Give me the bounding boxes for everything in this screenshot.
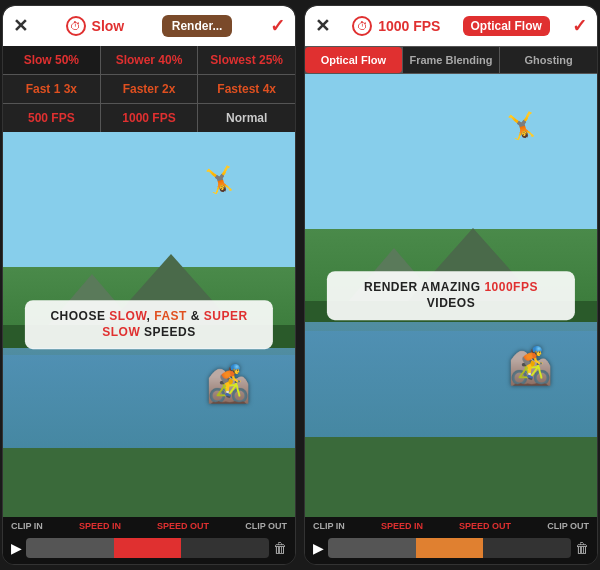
right-close-button[interactable]: ✕ bbox=[315, 15, 330, 37]
right-water-bg bbox=[305, 322, 597, 437]
left-bottom-controls: CLIP IN SPEED IN SPEED OUT CLIP OUT ▶ 🗑 bbox=[3, 517, 295, 564]
overlay-choose: CHOOSE bbox=[50, 309, 109, 323]
left-overlay-text: CHOOSE SLOW, FAST & SUPER SLOW SPEEDS bbox=[25, 300, 273, 350]
tab-ghosting[interactable]: Ghosting bbox=[500, 47, 597, 73]
right-track-dark bbox=[483, 538, 571, 558]
speed-slow-50[interactable]: Slow 50% bbox=[3, 46, 100, 74]
right-play-button[interactable]: ▶ bbox=[313, 540, 324, 556]
tab-frame-blending[interactable]: Frame Blending bbox=[403, 47, 500, 73]
speed-normal[interactable]: Normal bbox=[198, 104, 295, 132]
right-overlay-text: RENDER AMAZING 1000FPS VIDEOS bbox=[327, 271, 575, 321]
trash-button[interactable]: 🗑 bbox=[273, 540, 287, 556]
right-speed-out-label: SPEED OUT bbox=[459, 521, 511, 531]
speed-faster-2x[interactable]: Faster 2x bbox=[101, 75, 198, 103]
left-clip-labels: CLIP IN SPEED IN SPEED OUT CLIP OUT bbox=[11, 521, 287, 531]
right-clip-in-label: CLIP IN bbox=[313, 521, 345, 531]
speed-in-label: SPEED IN bbox=[79, 521, 121, 531]
overlay-1000fps: 1000FPS bbox=[484, 280, 538, 294]
app-container: ✕ ⏱ Slow Render... ✓ Slow 50% Slower 40%… bbox=[2, 5, 598, 565]
left-close-button[interactable]: ✕ bbox=[13, 15, 28, 37]
left-header: ✕ ⏱ Slow Render... ✓ bbox=[3, 6, 295, 46]
speed-out-label: SPEED OUT bbox=[157, 521, 209, 531]
right-header: ✕ ⏱ 1000 FPS Optical Flow ✓ bbox=[305, 6, 597, 46]
left-panel: ✕ ⏱ Slow Render... ✓ Slow 50% Slower 40%… bbox=[2, 5, 296, 565]
tabs-row: Optical Flow Frame Blending Ghosting bbox=[305, 46, 597, 74]
left-timeline-track[interactable] bbox=[26, 538, 269, 558]
track-grey-1 bbox=[26, 538, 114, 558]
ground-bg bbox=[3, 448, 295, 517]
right-panel: ✕ ⏱ 1000 FPS Optical Flow ✓ Optical Flow… bbox=[304, 5, 598, 565]
right-timeline-track[interactable] bbox=[328, 538, 571, 558]
timer-icon: ⏱ bbox=[66, 16, 86, 36]
overlay-render: RENDER AMAZING bbox=[364, 280, 484, 294]
clip-in-label: CLIP IN bbox=[11, 521, 43, 531]
right-clip-out-label: CLIP OUT bbox=[547, 521, 589, 531]
left-header-center: ⏱ Slow bbox=[66, 16, 125, 36]
fps-label: 1000 FPS bbox=[378, 18, 440, 34]
render-button[interactable]: Render... bbox=[162, 15, 233, 37]
overlay-videos: VIDEOS bbox=[427, 297, 475, 311]
left-video-area: 🚵 🤸 CHOOSE SLOW, FAST & SUPER SLOW SPEED… bbox=[3, 132, 295, 517]
right-track-grey bbox=[328, 538, 416, 558]
check-icon[interactable]: ✓ bbox=[270, 15, 285, 37]
right-jumper-icon: 🤸 bbox=[499, 104, 543, 147]
right-speed-in-label: SPEED IN bbox=[381, 521, 423, 531]
track-dark bbox=[181, 538, 269, 558]
left-video-bg: 🚵 🤸 CHOOSE SLOW, FAST & SUPER SLOW SPEED… bbox=[3, 132, 295, 517]
right-video-bg: 🚵 🤸 RENDER AMAZING 1000FPS VIDEOS bbox=[305, 74, 597, 517]
optical-flow-badge: Optical Flow bbox=[463, 16, 550, 36]
speed-fast-3x[interactable]: Fast 1 3x bbox=[3, 75, 100, 103]
speed-slowest-25[interactable]: Slowest 25% bbox=[198, 46, 295, 74]
speed-fastest-4x[interactable]: Fastest 4x bbox=[198, 75, 295, 103]
left-play-button[interactable]: ▶ bbox=[11, 540, 22, 556]
right-timer-icon: ⏱ bbox=[352, 16, 372, 36]
speed-500fps[interactable]: 500 FPS bbox=[3, 104, 100, 132]
right-bottom-controls: CLIP IN SPEED IN SPEED OUT CLIP OUT ▶ 🗑 bbox=[305, 517, 597, 564]
water-bg bbox=[3, 348, 295, 448]
tab-optical-flow[interactable]: Optical Flow bbox=[305, 47, 402, 73]
track-red bbox=[114, 538, 180, 558]
right-biker-icon: 🚵 bbox=[508, 348, 553, 384]
jumper-icon: 🤸 bbox=[197, 158, 241, 201]
overlay-fast-text: FAST bbox=[154, 309, 187, 323]
slow-label: Slow bbox=[92, 18, 125, 34]
overlay-and: & bbox=[187, 309, 204, 323]
right-video-area: 🚵 🤸 RENDER AMAZING 1000FPS VIDEOS bbox=[305, 74, 597, 517]
overlay-speeds: SPEEDS bbox=[140, 326, 196, 340]
right-clip-labels: CLIP IN SPEED IN SPEED OUT CLIP OUT bbox=[313, 521, 589, 531]
right-trash-button[interactable]: 🗑 bbox=[575, 540, 589, 556]
overlay-slow-text: SLOW bbox=[109, 309, 146, 323]
clip-out-label: CLIP OUT bbox=[245, 521, 287, 531]
right-track-orange bbox=[416, 538, 482, 558]
right-check-icon[interactable]: ✓ bbox=[572, 15, 587, 37]
biker-icon: 🚵 bbox=[206, 366, 251, 402]
speed-slower-40[interactable]: Slower 40% bbox=[101, 46, 198, 74]
right-timeline-row: ▶ 🗑 bbox=[313, 534, 589, 562]
speed-grid: Slow 50% Slower 40% Slowest 25% Fast 1 3… bbox=[3, 46, 295, 132]
right-ground-bg bbox=[305, 437, 597, 517]
left-timeline-row: ▶ 🗑 bbox=[11, 534, 287, 562]
right-header-center: ⏱ 1000 FPS bbox=[352, 16, 440, 36]
speed-1000fps[interactable]: 1000 FPS bbox=[101, 104, 198, 132]
